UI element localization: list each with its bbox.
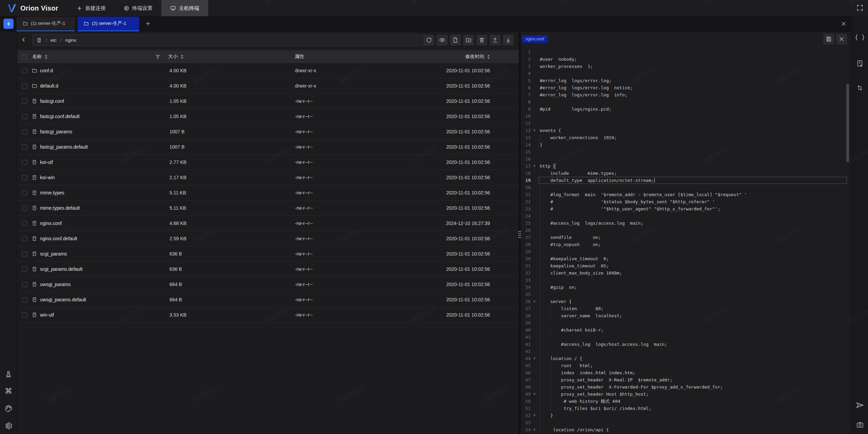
row-checkbox[interactable] — [22, 313, 27, 318]
fold-chevron-icon[interactable]: ∨ — [531, 412, 537, 419]
row-checkbox[interactable] — [22, 251, 27, 257]
editor-line[interactable]: 51 try_files $uri $uri/ /index.html; — [521, 405, 851, 412]
file-name[interactable]: nginx.conf.default — [40, 231, 77, 246]
table-row[interactable]: uwsgi_params664 B-rw-r--r--2020-11-01 10… — [17, 277, 519, 292]
breadcrumb-segment[interactable]: etc — [51, 38, 57, 43]
braces-icon[interactable]: { } — [851, 34, 868, 41]
row-checkbox[interactable] — [22, 236, 27, 241]
menu-terminal-settings[interactable]: 终端设置 — [115, 0, 161, 16]
fold-chevron-icon[interactable]: ∨ — [531, 298, 537, 305]
editor-line[interactable]: 25 #access_log logs/access.log main; — [521, 220, 851, 227]
row-checkbox[interactable] — [22, 145, 27, 150]
column-header-mtime[interactable]: 修改时间 — [465, 50, 490, 63]
row-checkbox[interactable] — [22, 129, 27, 134]
editor-line[interactable]: 45 root html; — [521, 362, 851, 369]
editor-line[interactable]: 4 — [521, 70, 851, 77]
sort-icon[interactable] — [487, 55, 490, 59]
editor-line[interactable]: 52∨ } — [521, 412, 851, 419]
row-checkbox[interactable] — [22, 190, 27, 195]
editor-line[interactable]: 36∨ server { — [521, 298, 851, 305]
table-row[interactable]: default.d4.00 KBdrwxr-xr-x2020-11-01 10:… — [17, 78, 519, 94]
file-name[interactable]: conf.d — [40, 63, 53, 78]
new-tab-button[interactable] — [3, 19, 14, 29]
editor-line[interactable]: 47 proxy_set_header X-Real-IP $remote_ad… — [521, 376, 851, 383]
row-checkbox[interactable] — [22, 206, 27, 211]
editor-line[interactable]: 6#error_log logs/error.log notice; — [521, 84, 851, 91]
editor-line[interactable]: 19 default_type application/octet-stream… — [521, 177, 851, 184]
sort-icon[interactable] — [181, 55, 183, 59]
fold-chevron-icon[interactable]: ∨ — [531, 355, 537, 362]
tab-server-2-active[interactable]: (2) server-生产-1 — [78, 16, 139, 31]
file-name[interactable]: koi-win — [40, 170, 55, 185]
editor-line[interactable]: 20 — [521, 184, 851, 191]
new-file-icon[interactable] — [450, 35, 461, 45]
file-name[interactable]: fastcgi.conf — [40, 94, 64, 109]
new-folder-icon[interactable] — [463, 35, 474, 45]
editor-scrollbar[interactable] — [846, 84, 849, 162]
editor-line[interactable]: 7#error_log logs/error.log info; — [521, 91, 851, 98]
file-name[interactable]: fastcgi.conf.default — [40, 109, 80, 124]
upload-icon[interactable] — [490, 35, 500, 45]
table-row[interactable]: conf.d4.00 KBdrwxr-xr-x2020-11-01 10:02:… — [17, 63, 519, 78]
row-checkbox[interactable] — [22, 99, 27, 104]
table-row[interactable]: koi-utf2.77 KB-rw-r--r--2020-11-01 10:02… — [17, 155, 519, 170]
editor-line[interactable]: 34 #gzip on; — [521, 284, 851, 291]
editor-line[interactable]: 16 — [521, 155, 851, 163]
column-header-size[interactable]: 大小 — [168, 50, 183, 63]
editor-line[interactable]: 14} — [521, 141, 851, 148]
row-checkbox[interactable] — [22, 282, 27, 287]
row-checkbox[interactable] — [22, 175, 27, 180]
fold-chevron-icon[interactable]: ∨ — [531, 426, 537, 433]
editor-line[interactable]: 23 # '"$http_user_agent" "$http_x_forwar… — [521, 205, 851, 212]
editor-line[interactable]: 8 — [521, 98, 851, 106]
preview-eye-icon[interactable] — [437, 35, 448, 45]
editor-line[interactable]: 26 — [521, 227, 851, 234]
row-checkbox[interactable] — [22, 160, 27, 165]
row-checkbox[interactable] — [22, 83, 27, 89]
select-all-checkbox[interactable] — [22, 54, 27, 59]
user-icon[interactable] — [4, 370, 13, 378]
close-editor-icon[interactable] — [836, 34, 847, 44]
table-row[interactable]: scgi_params.default636 B-rw-r--r--2020-1… — [17, 262, 519, 277]
drag-handle[interactable] — [517, 230, 522, 240]
editor-line[interactable]: 13 worker_connections 1024; — [521, 134, 851, 141]
table-row[interactable]: uwsgi_params.default664 B-rw-r--r--2020-… — [17, 292, 519, 307]
editor-line[interactable]: 37 listen 80; — [521, 305, 851, 312]
save-icon[interactable] — [823, 34, 834, 44]
row-checkbox[interactable] — [22, 221, 27, 226]
add-tab-icon[interactable] — [145, 21, 151, 26]
editor-line[interactable]: 1 — [521, 49, 851, 56]
file-name[interactable]: mime.types — [40, 185, 64, 200]
fold-chevron-icon[interactable]: ∨ — [531, 390, 537, 397]
editor-line[interactable]: 42 #access_log logs/host.access.log main… — [521, 341, 851, 348]
editor-line[interactable]: 11 — [521, 120, 851, 127]
table-row[interactable]: win-utf3.53 KB-rw-r--r--2020-11-01 10:02… — [17, 307, 519, 323]
delete-trash-icon[interactable] — [476, 35, 487, 45]
camera-icon[interactable] — [851, 421, 868, 429]
editor-line[interactable]: 30 #keepalive_timeout 0; — [521, 255, 851, 262]
close-icon[interactable] — [841, 21, 847, 27]
editor-line[interactable]: 33 — [521, 277, 851, 284]
refresh-icon[interactable] — [423, 35, 434, 45]
table-row[interactable]: mime.types.default5.11 KB-rw-r--r--2020-… — [17, 201, 519, 216]
editor-line[interactable]: 44∨ location / { — [521, 355, 851, 362]
file-name[interactable]: scgi_params — [40, 246, 67, 261]
editor-line[interactable]: 17∨http { — [521, 163, 851, 170]
file-name[interactable]: win-utf — [40, 307, 54, 322]
settings-gear-icon[interactable] — [4, 422, 13, 430]
editor-line[interactable]: 49∨ proxy_set_header Host $http_host; — [521, 391, 851, 398]
breadcrumb-segment[interactable]: nginx — [65, 38, 76, 43]
filter-icon[interactable] — [155, 50, 160, 63]
editor-line[interactable]: 3worker_processes 1; — [521, 63, 851, 70]
table-row[interactable]: nginx.conf.default2.59 KB-rw-r--r--2020-… — [17, 231, 519, 246]
code-area[interactable]: 12#user nobody;3worker_processes 1;45#er… — [521, 49, 851, 434]
table-row[interactable]: fastcgi_params1007 B-rw-r--r--2020-11-01… — [17, 124, 519, 139]
editor-line[interactable]: 12∨events { — [521, 127, 851, 134]
editor-line[interactable]: 15 — [521, 148, 851, 155]
file-name[interactable]: default.d — [40, 78, 58, 93]
row-checkbox[interactable] — [22, 267, 27, 272]
sort-icon[interactable] — [45, 55, 47, 59]
table-row[interactable]: fastcgi.conf.default1.05 KB-rw-r--r--202… — [17, 109, 519, 124]
editor-line[interactable]: 43 — [521, 348, 851, 355]
table-row[interactable]: koi-win2.17 KB-rw-r--r--2020-11-01 10:02… — [17, 170, 519, 185]
